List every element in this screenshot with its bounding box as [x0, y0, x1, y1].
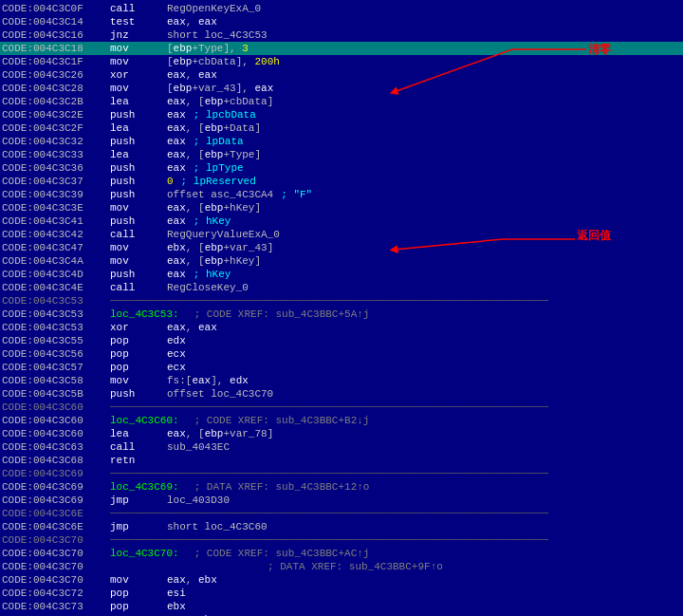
label-name: loc_4C3C53:	[110, 308, 179, 320]
addr: CODE:004C3C70	[2, 548, 106, 559]
addr: CODE:004C3C0F	[2, 3, 106, 14]
mnemonic: push	[110, 388, 167, 400]
comment: ; lpReserved	[181, 176, 256, 187]
operands: eax, ebx	[167, 574, 217, 586]
addr: CODE:004C3C3E	[2, 202, 106, 214]
operands: short loc_4C3C53	[167, 29, 268, 41]
code-line: CODE:004C3C41pusheax; hKey	[0, 215, 683, 228]
code-line: CODE:004C3C0FcallRegOpenKeyExA_0	[0, 2, 683, 15]
addr: CODE:004C3C1F	[2, 56, 106, 67]
mnemonic: pop	[110, 588, 167, 599]
operands: ecx	[167, 362, 186, 373]
xref-comment: ; CODE XREF: sub_4C3BBC+5A↑j	[194, 308, 370, 320]
label-line: CODE:004C3C53 loc_4C3C53:; CODE XREF: su…	[0, 308, 683, 321]
label-line: CODE:004C3C70 loc_4C3C70:; CODE XREF: su…	[0, 547, 683, 560]
code-line: CODE:004C3C4Dpusheax; hKey	[0, 268, 683, 281]
code-line: CODE:004C3C68retn	[0, 454, 683, 467]
code-line: CODE:004C3C6Ejmpshort loc_4C3C60	[0, 520, 683, 533]
addr: CODE:004C3C2E	[2, 109, 106, 121]
operands: ecx	[167, 348, 186, 360]
mnemonic: push	[110, 269, 167, 280]
operands: eax, [ebp+hKey]	[167, 255, 261, 267]
code-line: CODE:004C3C2Epusheax; lpcbData	[0, 108, 683, 121]
addr: CODE:004C3C60	[2, 415, 106, 426]
mnemonic: jmp	[110, 495, 167, 506]
addr: CODE:004C3C37	[2, 176, 106, 187]
mnemonic: mov	[110, 43, 167, 54]
mnemonic: push	[110, 162, 167, 174]
separator: CODE:004C3C53───────────────────────────…	[0, 294, 683, 308]
code-line: CODE:004C3C39pushoffset asc_4C3CA4; "F"	[0, 188, 683, 201]
code-line: CODE:004C3C2Fleaeax, [ebp+Data]	[0, 121, 683, 135]
operands: esi	[167, 588, 186, 599]
addr: CODE:004C3C18	[2, 43, 106, 54]
code-line: CODE:004C3C32pusheax; lpData	[0, 135, 683, 148]
addr: CODE:004C3C68	[2, 455, 106, 466]
addr: CODE:004C3C28	[2, 83, 106, 94]
code-line: CODE:004C3C69jmploc_403D30	[0, 494, 683, 507]
mnemonic: xor	[110, 69, 167, 81]
addr: CODE:004C3C2B	[2, 96, 106, 107]
mnemonic: call	[110, 3, 167, 14]
mnemonic: test	[110, 16, 167, 28]
label-name: loc_4C3C70:	[110, 548, 179, 559]
separator: CODE:004C3C69───────────────────────────…	[0, 467, 683, 480]
separator: CODE:004C3C70───────────────────────────…	[0, 533, 683, 547]
label-name: loc_4C3C60:	[110, 415, 179, 426]
code-line: CODE:004C3C26xoreax, eax	[0, 68, 683, 82]
code-line: CODE:004C3C4EcallRegCloseKey_0	[0, 281, 683, 294]
operands: eax	[167, 109, 186, 121]
operands: 0	[167, 176, 174, 187]
code-line: CODE:004C3C28mov[ebp+var_43], eax	[0, 82, 683, 95]
addr: CODE:004C3C73	[2, 601, 106, 612]
addr: CODE:004C3C39	[2, 189, 106, 200]
code-view: CODE:004C3C0FcallRegOpenKeyExA_0CODE:004…	[0, 0, 683, 616]
addr: CODE:004C3C70	[2, 561, 106, 572]
addr: CODE:004C3C4E	[2, 282, 106, 293]
operands: eax, eax	[167, 69, 217, 81]
mnemonic: pop	[110, 601, 167, 612]
addr: CODE:004C3C53	[2, 322, 106, 333]
addr: CODE:004C3C72	[2, 588, 106, 599]
comment: ; lpData	[194, 136, 244, 147]
xref-comment: ; DATA XREF: sub_4C3BBC+9F↑o	[268, 561, 443, 572]
operands: eax, [ebp+Type]	[167, 149, 261, 160]
mnemonic: lea	[110, 122, 167, 134]
addr: CODE:004C3C5B	[2, 388, 106, 400]
operands: [ebp+var_43], eax	[167, 83, 273, 94]
operands: ebx, [ebp+var_43]	[167, 242, 273, 253]
code-line: CODE:004C3C1Fmov[ebp+cbData], 200h	[0, 55, 683, 68]
addr: CODE:004C3C56	[2, 348, 106, 360]
code-line: CODE:004C3C60leaeax, [ebp+var_78]	[0, 427, 683, 440]
code-line: CODE:004C3C33leaeax, [ebp+Type]	[0, 148, 683, 161]
code-line: CODE:004C3C37push0; lpReserved	[0, 175, 683, 188]
addr: CODE:004C3C14	[2, 16, 106, 28]
operands: RegOpenKeyExA_0	[167, 3, 261, 14]
xref2-line: CODE:004C3C70; DATA XREF: sub_4C3BBC+9F↑…	[0, 560, 683, 573]
operands: eax	[167, 136, 186, 147]
code-line: CODE:004C3C2Bleaeax, [ebp+cbData]	[0, 95, 683, 108]
xref-comment: ; CODE XREF: sub_4C3BBC+B2↓j	[194, 415, 370, 426]
comment: ; lpcbData	[194, 109, 256, 121]
operands: eax, [ebp+hKey]	[167, 202, 261, 214]
code-line: CODE:004C3C72popesi	[0, 587, 683, 600]
addr: CODE:004C3C26	[2, 69, 106, 81]
addr: CODE:004C3C53	[2, 308, 106, 320]
label-line: CODE:004C3C60 loc_4C3C60:; CODE XREF: su…	[0, 414, 683, 427]
mnemonic: jnz	[110, 29, 167, 41]
mnemonic: mov	[110, 375, 167, 386]
operands: edx	[167, 335, 186, 346]
mnemonic: call	[110, 229, 167, 240]
xref-comment: ; CODE XREF: sub_4C3BBC+AC↑j	[194, 548, 370, 559]
code-line: CODE:004C3C47movebx, [ebp+var_43]	[0, 241, 683, 254]
addr: CODE:004C3C58	[2, 375, 106, 386]
operands: eax, [ebp+var_78]	[167, 428, 273, 439]
mnemonic: push	[110, 136, 167, 147]
addr: CODE:004C3C69	[2, 481, 106, 493]
separator: CODE:004C3C6E───────────────────────────…	[0, 507, 683, 520]
addr: CODE:004C3C4A	[2, 255, 106, 267]
operands: fs:[eax], edx	[167, 375, 249, 386]
comment: ; hKey	[194, 215, 231, 227]
mnemonic: pop	[110, 335, 167, 346]
code-line: CODE:004C3C5Bpushoffset loc_4C3C70	[0, 387, 683, 401]
